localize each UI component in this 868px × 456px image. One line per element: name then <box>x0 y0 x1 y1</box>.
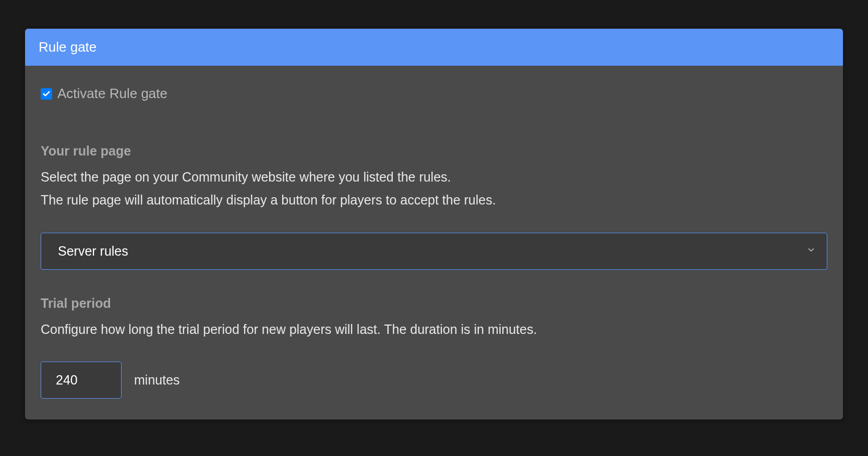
rule-page-select[interactable]: Server rules <box>41 233 827 270</box>
trial-period-suffix: minutes <box>134 373 180 388</box>
activate-checkbox-label: Activate Rule gate <box>57 86 167 102</box>
activate-checkbox[interactable] <box>41 88 52 100</box>
checkmark-icon <box>42 90 51 98</box>
trial-period-section: Trial period Configure how long the tria… <box>41 296 827 399</box>
trial-period-input[interactable] <box>41 362 122 399</box>
card-title: Rule gate <box>39 39 97 55</box>
rule-page-description: Select the page on your Community websit… <box>41 166 827 212</box>
rule-page-selected-value: Server rules <box>58 244 128 258</box>
activate-checkbox-row: Activate Rule gate <box>41 86 827 102</box>
rule-page-desc-line2: The rule page will automatically display… <box>41 193 496 207</box>
rule-page-desc-line1: Select the page on your Community websit… <box>41 170 451 184</box>
card-header: Rule gate <box>25 29 843 66</box>
rule-page-title: Your rule page <box>41 143 827 159</box>
rule-page-select-wrapper: Server rules <box>41 233 827 270</box>
trial-period-description: Configure how long the trial period for … <box>41 318 827 341</box>
rule-gate-card: Rule gate Activate Rule gate Your rule p… <box>25 29 843 419</box>
card-body: Activate Rule gate Your rule page Select… <box>25 66 843 419</box>
trial-period-title: Trial period <box>41 296 827 311</box>
trial-period-input-row: minutes <box>41 362 827 399</box>
rule-page-section: Your rule page Select the page on your C… <box>41 143 827 270</box>
